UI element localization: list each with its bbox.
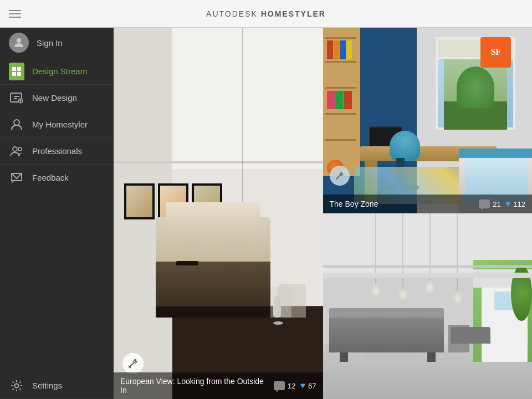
feedback-icon (9, 170, 24, 186)
comment-icon-bedroom (274, 381, 285, 390)
svg-rect-1 (12, 67, 16, 71)
like-stat-boyzone: ♥ 112 (505, 199, 525, 209)
sidebar-label-feedback: Feedback (32, 173, 69, 182)
bedroom-scene-bg (114, 28, 323, 399)
edit-wand-button[interactable] (122, 353, 144, 374)
edit-wand-button-boyzone[interactable] (330, 166, 350, 186)
sidebar-label-professionals: Professionals (32, 146, 82, 156)
heart-icon-boyzone: ♥ (505, 199, 511, 209)
sidebar-item-design-stream[interactable]: Design Stream (0, 58, 114, 85)
design-stream-icon (9, 64, 24, 79)
sidebar-item-sign-in[interactable]: Sign In (0, 28, 114, 58)
new-design-icon (9, 90, 24, 106)
main-content: European View: Looking from the Outside … (114, 28, 532, 399)
svg-point-12 (13, 147, 17, 151)
like-stat-bedroom: ♥ 67 (300, 381, 316, 391)
sidebar-label-settings: Settings (32, 381, 62, 390)
sidebar-item-new-design[interactable]: New Design (0, 85, 114, 111)
svg-rect-4 (17, 72, 21, 76)
sidebar-label-my-homestyler: My Homestyler (32, 120, 88, 129)
heart-icon-bedroom: ♥ (300, 381, 306, 391)
sign-in-label: Sign In (37, 38, 63, 48)
sidebar: Sign In Design Stream (0, 28, 114, 399)
avatar (9, 33, 29, 53)
settings-icon (9, 378, 24, 393)
app-header: AUTODESK HOMESTYLER (0, 0, 532, 28)
menu-button[interactable] (9, 10, 21, 18)
sidebar-item-settings[interactable]: Settings (0, 372, 114, 399)
card-overlay-boyzone: The Boy Zone 21 ♥ 112 (323, 195, 533, 213)
sidebar-item-feedback[interactable]: Feedback (0, 165, 114, 191)
sidebar-item-professionals[interactable]: Professionals (0, 138, 114, 165)
app-title: AUTODESK HOMESTYLER (206, 9, 326, 18)
svg-line-21 (336, 175, 340, 179)
design-card-boyzone[interactable]: SF The Boy Zone 21 ♥ (323, 28, 533, 213)
comment-icon-boyzone (479, 200, 490, 208)
svg-point-15 (15, 383, 19, 387)
card-overlay-bedroom: European View: Looking from the Outside … (114, 372, 323, 399)
my-homestyler-icon (9, 117, 24, 132)
comment-stat-boyzone: 21 (479, 200, 500, 208)
comment-stat-bedroom: 12 (274, 381, 295, 390)
lounge-scene-bg (323, 213, 533, 399)
design-card-bedroom[interactable]: European View: Looking from the Outside … (114, 28, 323, 399)
svg-point-11 (14, 120, 19, 125)
svg-point-0 (17, 38, 21, 43)
sidebar-item-my-homestyler[interactable]: My Homestyler (0, 111, 114, 138)
svg-point-13 (18, 147, 22, 151)
design-card-lounge[interactable] (323, 213, 533, 399)
card-title-boyzone: The Boy Zone (330, 200, 475, 208)
professionals-icon (9, 144, 24, 159)
svg-rect-3 (12, 72, 16, 76)
svg-rect-2 (17, 67, 21, 71)
sidebar-label-new-design: New Design (32, 93, 77, 103)
sidebar-label-design-stream: Design Stream (32, 66, 87, 76)
card-title-bedroom: European View: Looking from the Outside … (120, 377, 269, 395)
boyzone-scene-bg: SF (323, 28, 533, 213)
